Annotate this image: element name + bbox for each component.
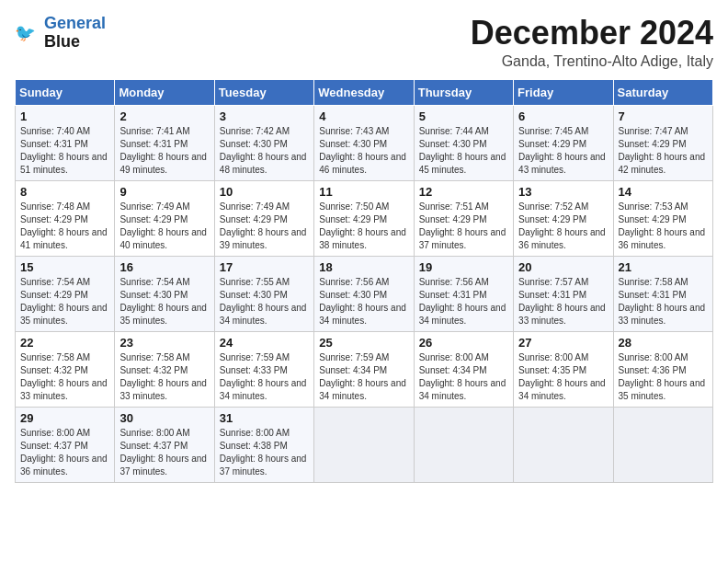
day-info: Sunrise: 7:59 AMSunset: 4:33 PMDaylight:… xyxy=(220,352,307,401)
day-number: 4 xyxy=(319,109,408,123)
calendar-header-row: SundayMondayTuesdayWednesdayThursdayFrid… xyxy=(16,79,713,105)
day-number: 29 xyxy=(20,411,109,425)
day-info: Sunrise: 7:49 AMSunset: 4:29 PMDaylight:… xyxy=(119,201,207,250)
day-info: Sunrise: 7:47 AMSunset: 4:29 PMDaylight:… xyxy=(619,126,706,175)
day-number: 27 xyxy=(518,336,608,350)
day-info: Sunrise: 8:00 AMSunset: 4:37 PMDaylight:… xyxy=(20,428,108,477)
location-title: Ganda, Trentino-Alto Adige, Italy xyxy=(471,53,713,70)
calendar-cell: 16 Sunrise: 7:54 AMSunset: 4:30 PMDaylig… xyxy=(115,256,214,331)
day-number: 16 xyxy=(119,260,209,274)
day-info: Sunrise: 7:48 AMSunset: 4:29 PMDaylight:… xyxy=(20,201,108,250)
calendar-cell: 22 Sunrise: 7:58 AMSunset: 4:32 PMDaylig… xyxy=(16,331,115,407)
day-number: 12 xyxy=(419,185,508,199)
day-number: 25 xyxy=(319,336,408,350)
logo: 🐦 General Blue xyxy=(15,15,106,52)
day-number: 22 xyxy=(20,336,109,350)
calendar-cell: 28 Sunrise: 8:00 AMSunset: 4:36 PMDaylig… xyxy=(613,331,712,407)
weekday-header-wednesday: Wednesday xyxy=(314,79,414,105)
day-number: 17 xyxy=(220,260,309,274)
day-info: Sunrise: 7:53 AMSunset: 4:29 PMDaylight:… xyxy=(619,201,706,250)
calendar-cell: 4 Sunrise: 7:43 AMSunset: 4:30 PMDayligh… xyxy=(314,105,414,180)
calendar-cell: 23 Sunrise: 7:58 AMSunset: 4:32 PMDaylig… xyxy=(115,331,214,407)
day-number: 21 xyxy=(619,260,708,274)
logo-text: General Blue xyxy=(44,15,106,52)
calendar-cell xyxy=(514,407,613,482)
weekday-header-friday: Friday xyxy=(514,79,613,105)
day-number: 20 xyxy=(518,260,608,274)
calendar-week-row: 29 Sunrise: 8:00 AMSunset: 4:37 PMDaylig… xyxy=(16,407,713,482)
day-info: Sunrise: 8:00 AMSunset: 4:34 PMDaylight:… xyxy=(419,352,506,401)
logo-line1: General xyxy=(44,14,106,32)
day-number: 11 xyxy=(319,185,408,199)
day-number: 1 xyxy=(20,109,109,123)
page-header: 🐦 General Blue December 2024 Ganda, Tren… xyxy=(15,15,713,70)
day-info: Sunrise: 7:41 AMSunset: 4:31 PMDaylight:… xyxy=(119,126,207,175)
calendar-cell: 21 Sunrise: 7:58 AMSunset: 4:31 PMDaylig… xyxy=(613,256,712,331)
calendar-cell xyxy=(613,407,712,482)
day-info: Sunrise: 7:50 AMSunset: 4:29 PMDaylight:… xyxy=(319,201,406,250)
day-number: 31 xyxy=(220,411,309,425)
calendar-week-row: 8 Sunrise: 7:48 AMSunset: 4:29 PMDayligh… xyxy=(16,180,713,256)
day-info: Sunrise: 7:54 AMSunset: 4:30 PMDaylight:… xyxy=(119,277,207,326)
calendar-cell: 24 Sunrise: 7:59 AMSunset: 4:33 PMDaylig… xyxy=(214,331,313,407)
calendar-body: 1 Sunrise: 7:40 AMSunset: 4:31 PMDayligh… xyxy=(16,105,713,482)
day-number: 9 xyxy=(119,185,209,199)
weekday-header-sunday: Sunday xyxy=(16,79,115,105)
day-info: Sunrise: 7:42 AMSunset: 4:30 PMDaylight:… xyxy=(220,126,307,175)
calendar-week-row: 15 Sunrise: 7:54 AMSunset: 4:29 PMDaylig… xyxy=(16,256,713,331)
day-info: Sunrise: 8:00 AMSunset: 4:37 PMDaylight:… xyxy=(119,428,207,477)
month-title: December 2024 xyxy=(471,15,713,52)
day-info: Sunrise: 7:57 AMSunset: 4:31 PMDaylight:… xyxy=(518,277,606,326)
calendar-cell: 20 Sunrise: 7:57 AMSunset: 4:31 PMDaylig… xyxy=(514,256,613,331)
day-info: Sunrise: 7:44 AMSunset: 4:30 PMDaylight:… xyxy=(419,126,506,175)
day-number: 3 xyxy=(220,109,309,123)
calendar-week-row: 1 Sunrise: 7:40 AMSunset: 4:31 PMDayligh… xyxy=(16,105,713,180)
day-info: Sunrise: 7:58 AMSunset: 4:32 PMDaylight:… xyxy=(20,352,108,401)
day-info: Sunrise: 7:40 AMSunset: 4:31 PMDaylight:… xyxy=(20,126,108,175)
day-number: 26 xyxy=(419,336,508,350)
calendar-cell: 17 Sunrise: 7:55 AMSunset: 4:30 PMDaylig… xyxy=(214,256,313,331)
day-info: Sunrise: 8:00 AMSunset: 4:35 PMDaylight:… xyxy=(518,352,606,401)
day-number: 14 xyxy=(619,185,708,199)
day-info: Sunrise: 7:52 AMSunset: 4:29 PMDaylight:… xyxy=(518,201,606,250)
calendar-cell: 27 Sunrise: 8:00 AMSunset: 4:35 PMDaylig… xyxy=(514,331,613,407)
day-info: Sunrise: 7:55 AMSunset: 4:30 PMDaylight:… xyxy=(220,277,307,326)
calendar-cell: 9 Sunrise: 7:49 AMSunset: 4:29 PMDayligh… xyxy=(115,180,214,256)
calendar-cell: 14 Sunrise: 7:53 AMSunset: 4:29 PMDaylig… xyxy=(613,180,712,256)
calendar-cell: 12 Sunrise: 7:51 AMSunset: 4:29 PMDaylig… xyxy=(414,180,513,256)
svg-text:🐦: 🐦 xyxy=(15,22,36,42)
weekday-header-saturday: Saturday xyxy=(613,79,712,105)
calendar-table: SundayMondayTuesdayWednesdayThursdayFrid… xyxy=(15,79,713,483)
weekday-header-thursday: Thursday xyxy=(414,79,513,105)
calendar-cell: 7 Sunrise: 7:47 AMSunset: 4:29 PMDayligh… xyxy=(613,105,712,180)
day-number: 24 xyxy=(220,336,309,350)
calendar-cell: 13 Sunrise: 7:52 AMSunset: 4:29 PMDaylig… xyxy=(514,180,613,256)
calendar-cell: 5 Sunrise: 7:44 AMSunset: 4:30 PMDayligh… xyxy=(414,105,513,180)
day-number: 23 xyxy=(119,336,209,350)
day-info: Sunrise: 7:45 AMSunset: 4:29 PMDaylight:… xyxy=(518,126,606,175)
calendar-cell: 31 Sunrise: 8:00 AMSunset: 4:38 PMDaylig… xyxy=(214,407,313,482)
calendar-cell: 29 Sunrise: 8:00 AMSunset: 4:37 PMDaylig… xyxy=(16,407,115,482)
calendar-cell: 18 Sunrise: 7:56 AMSunset: 4:30 PMDaylig… xyxy=(314,256,414,331)
day-info: Sunrise: 7:54 AMSunset: 4:29 PMDaylight:… xyxy=(20,277,108,326)
day-info: Sunrise: 7:58 AMSunset: 4:32 PMDaylight:… xyxy=(119,352,207,401)
weekday-header-monday: Monday xyxy=(115,79,214,105)
day-number: 15 xyxy=(20,260,109,274)
logo-line2: Blue xyxy=(44,32,80,51)
calendar-cell: 3 Sunrise: 7:42 AMSunset: 4:30 PMDayligh… xyxy=(214,105,313,180)
calendar-week-row: 22 Sunrise: 7:58 AMSunset: 4:32 PMDaylig… xyxy=(16,331,713,407)
day-info: Sunrise: 7:49 AMSunset: 4:29 PMDaylight:… xyxy=(220,201,307,250)
day-number: 19 xyxy=(419,260,508,274)
day-info: Sunrise: 7:59 AMSunset: 4:34 PMDaylight:… xyxy=(319,352,406,401)
calendar-cell: 10 Sunrise: 7:49 AMSunset: 4:29 PMDaylig… xyxy=(214,180,313,256)
logo-icon: 🐦 xyxy=(15,20,40,46)
day-number: 10 xyxy=(220,185,309,199)
day-number: 7 xyxy=(619,109,708,123)
day-number: 28 xyxy=(619,336,708,350)
calendar-cell xyxy=(414,407,513,482)
calendar-cell: 26 Sunrise: 8:00 AMSunset: 4:34 PMDaylig… xyxy=(414,331,513,407)
calendar-cell: 15 Sunrise: 7:54 AMSunset: 4:29 PMDaylig… xyxy=(16,256,115,331)
calendar-cell: 1 Sunrise: 7:40 AMSunset: 4:31 PMDayligh… xyxy=(16,105,115,180)
calendar-cell: 11 Sunrise: 7:50 AMSunset: 4:29 PMDaylig… xyxy=(314,180,414,256)
calendar-cell: 25 Sunrise: 7:59 AMSunset: 4:34 PMDaylig… xyxy=(314,331,414,407)
